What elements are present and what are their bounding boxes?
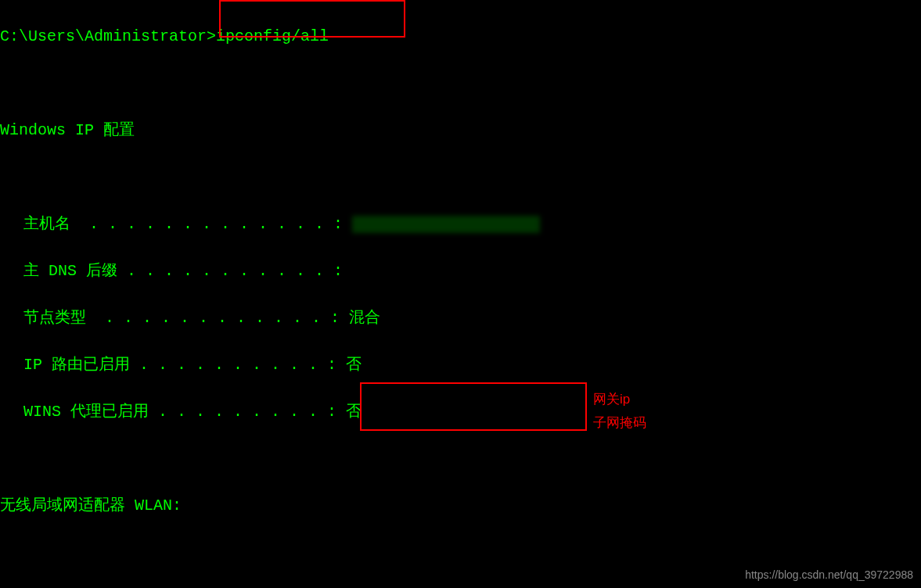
- node-type-value: 混合: [349, 307, 380, 330]
- wins-proxy-label: WINS 代理已启用 . . . . . . . . . :: [23, 400, 346, 424]
- prompt-path: C:\Users\Administrator>: [0, 25, 216, 48]
- row-wins-proxy: WINS 代理已启用 . . . . . . . . . : 否: [0, 400, 921, 424]
- row-node-type: 节点类型 . . . . . . . . . . . . : 混合: [0, 307, 921, 330]
- watermark: https://blog.csdn.net/qq_39722988: [745, 567, 913, 583]
- prompt-line: C:\Users\Administrator>ipconfig/all: [0, 25, 921, 48]
- command-text: ipconfig/all: [216, 25, 329, 48]
- node-type-label: 节点类型 . . . . . . . . . . . . :: [23, 307, 349, 330]
- wins-proxy-value: 否: [346, 400, 362, 424]
- hostname-value-redacted: [352, 216, 540, 233]
- terminal-output: C:\Users\Administrator>ipconfig/all Wind…: [0, 0, 921, 588]
- ip-routing-label: IP 路由已启用 . . . . . . . . . . :: [23, 353, 346, 377]
- row-ip-routing: IP 路由已启用 . . . . . . . . . . : 否: [0, 353, 921, 377]
- annotation-subnet-mask: 子网掩码: [593, 413, 646, 433]
- section-header-wlan: 无线局域网适配器 WLAN:: [0, 494, 921, 518]
- annotation-gateway-ip: 网关ip: [593, 389, 630, 410]
- ip-routing-value: 否: [346, 353, 362, 377]
- hostname-label: 主机名 . . . . . . . . . . . . . :: [23, 213, 352, 236]
- row-hostname: 主机名 . . . . . . . . . . . . . :: [0, 213, 921, 236]
- section-header-ipconfig: Windows IP 配置: [0, 119, 921, 142]
- row-dns-suffix: 主 DNS 后缀 . . . . . . . . . . . :: [0, 260, 921, 283]
